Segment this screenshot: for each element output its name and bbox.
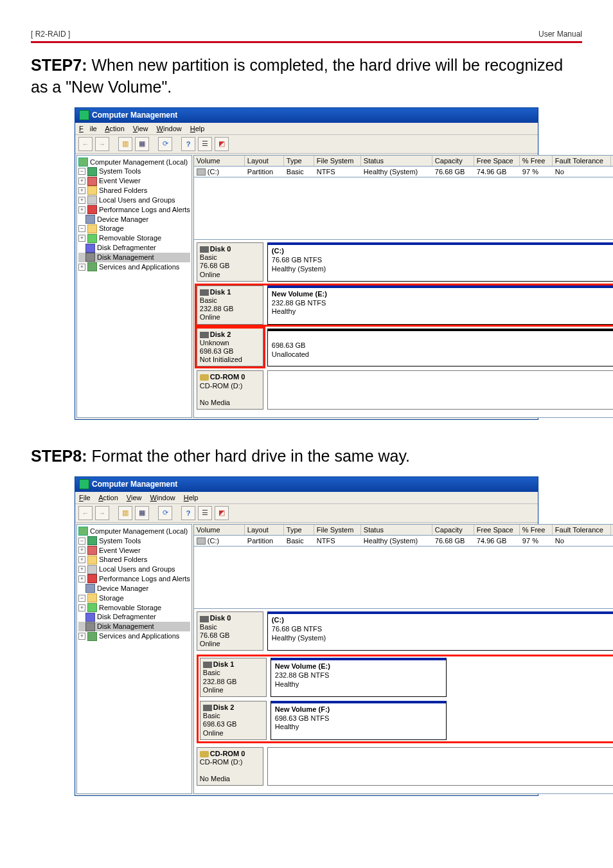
props-button[interactable]: ▦ [135, 137, 149, 151]
cdrom-row[interactable]: CD-ROM 0CD-ROM (D:)No Media [197, 370, 613, 410]
col-status[interactable]: Status [361, 525, 432, 535]
disk0-partition[interactable]: (C:)76.68 GB NTFSHealthy (System) [267, 242, 613, 282]
rescan-button[interactable]: ◩ [215, 506, 229, 520]
menu-view[interactable]: View [133, 125, 148, 132]
col-free[interactable]: Free Space [474, 525, 520, 535]
menu-file[interactable]: File [79, 125, 97, 132]
disk-map: Disk 0Basic76.68 GBOnline (C:)76.68 GB N… [193, 240, 613, 418]
disk0-row[interactable]: Disk 0Basic76.68 GBOnline (C:)76.68 GB N… [197, 242, 613, 282]
disk1-row[interactable]: Disk 1Basic232.88 GBOnline New Volume (E… [200, 658, 613, 697]
tree-storage[interactable]: −Storage [78, 224, 190, 233]
toolbar: ← → ▥ ▦ ⟳ ? ☰ ◩ [75, 504, 538, 523]
settings-button[interactable]: ☰ [198, 506, 212, 520]
disk1-partition[interactable]: New Volume (E:)232.88 GB NTFSHealthy [271, 658, 447, 697]
cdrom-label: CD-ROM 0CD-ROM (D:)No Media [197, 370, 263, 410]
cd-icon [200, 374, 209, 381]
window-title: Computer Management [92, 111, 177, 120]
step8-heading: STEP8: Format the other hard drive in th… [31, 446, 582, 467]
tree-system-tools[interactable]: −System Tools [78, 536, 190, 546]
disk2-row[interactable]: Disk 2Basic698.63 GBOnline New Volume (F… [200, 701, 613, 740]
up-button[interactable]: ▥ [118, 137, 132, 151]
menu-action[interactable]: Action [105, 125, 125, 132]
col-volume[interactable]: Volume [194, 156, 245, 166]
tree-event-viewer[interactable]: +Event Viewer [78, 176, 190, 186]
disk0-partition[interactable]: (C:)76.68 GB NTFSHealthy (System) [267, 611, 613, 651]
cdrom-row[interactable]: CD-ROM 0CD-ROM (D:)No Media [197, 747, 613, 786]
col-status[interactable]: Status [361, 156, 432, 166]
tree-perf-logs[interactable]: +Performance Logs and Alerts [78, 574, 190, 584]
window-titlebar[interactable]: Computer Management [75, 477, 538, 492]
volume-list-header: Volume Layout Type File System Status Ca… [193, 524, 613, 536]
tree-services-apps[interactable]: +Services and Applications [78, 262, 190, 272]
tree-disk-management[interactable]: Disk Management [78, 622, 190, 631]
nav-back-button[interactable]: ← [78, 137, 93, 151]
col-volume[interactable]: Volume [194, 525, 245, 535]
toolbar: ← → ▥ ▦ ⟳ ? ☰ ◩ [75, 135, 538, 154]
menu-window[interactable]: Window [157, 125, 182, 132]
tree-removable-storage[interactable]: +Removable Storage [78, 603, 190, 613]
up-button[interactable]: ▥ [118, 506, 132, 520]
col-capacity[interactable]: Capacity [432, 156, 474, 166]
col-type[interactable]: Type [284, 525, 314, 535]
tree-services-apps[interactable]: +Services and Applications [78, 631, 190, 641]
window-titlebar[interactable]: Computer Management [75, 108, 538, 123]
menu-action[interactable]: Action [98, 494, 118, 502]
tree-removable-storage[interactable]: +Removable Storage [78, 233, 190, 243]
menu-help[interactable]: Help [190, 125, 205, 132]
nav-fwd-button[interactable]: → [95, 506, 109, 520]
menu-file[interactable]: File [79, 494, 91, 502]
refresh-button[interactable]: ⟳ [158, 137, 172, 151]
disk2-label: Disk 2Unknown698.63 GBNot Initialized [197, 329, 263, 367]
tree-perf-logs[interactable]: +Performance Logs and Alerts [78, 205, 190, 215]
tree-device-manager[interactable]: Device Manager [78, 215, 190, 224]
menu-window[interactable]: Window [150, 494, 175, 502]
volume-list-empty [193, 547, 613, 609]
refresh-button[interactable]: ⟳ [158, 506, 172, 520]
tree-disk-defrag[interactable]: Disk Defragmenter [78, 612, 190, 622]
help-button[interactable]: ? [181, 506, 195, 520]
col-layout[interactable]: Layout [245, 525, 284, 535]
menu-view[interactable]: View [127, 494, 142, 502]
disk2-partition[interactable]: New Volume (F:)698.63 GB NTFSHealthy [271, 701, 447, 740]
tree-disk-management[interactable]: Disk Management [78, 253, 190, 262]
tree-event-viewer[interactable]: +Event Viewer [78, 546, 190, 556]
highlight-box: Disk 1Basic232.88 GBOnline New Volume (E… [197, 655, 613, 743]
col-ft[interactable]: Fault Tolerance [553, 156, 611, 166]
rescan-button[interactable]: ◩ [215, 137, 229, 151]
tree-device-manager[interactable]: Device Manager [78, 584, 190, 593]
col-capacity[interactable]: Capacity [432, 525, 474, 535]
menu-help[interactable]: Help [184, 494, 199, 502]
tree-system-tools[interactable]: −System Tools [78, 167, 190, 176]
nav-back-button[interactable]: ← [78, 506, 93, 520]
col-layout[interactable]: Layout [245, 156, 284, 166]
col-fs[interactable]: File System [314, 156, 361, 166]
settings-button[interactable]: ☰ [198, 137, 212, 151]
tree-root[interactable]: Computer Management (Local) [78, 527, 190, 536]
col-ft[interactable]: Fault Tolerance [553, 525, 611, 535]
volume-row-c[interactable]: (C:) Partition Basic NTFS Healthy (Syste… [193, 536, 613, 547]
disk0-row[interactable]: Disk 0Basic76.68 GBOnline (C:)76.68 GB N… [197, 611, 613, 651]
col-fs[interactable]: File System [314, 525, 361, 535]
tree-shared-folders[interactable]: +Shared Folders [78, 186, 190, 195]
help-button[interactable]: ? [181, 137, 195, 151]
col-pct[interactable]: % Free [520, 156, 553, 166]
disk2-partition[interactable]: 698.63 GBUnallocated [267, 329, 613, 367]
drive-icon [197, 538, 206, 545]
disk2-row[interactable]: Disk 2Unknown698.63 GBNot Initialized 69… [197, 329, 613, 367]
volume-row-c[interactable]: (C:) Partition Basic NTFS Healthy (Syste… [193, 167, 613, 178]
computer-management-window: Computer Management File Action View Win… [75, 107, 538, 420]
col-pct[interactable]: % Free [520, 525, 553, 535]
tree-disk-defrag[interactable]: Disk Defragmenter [78, 243, 190, 253]
disk-icon [200, 332, 209, 338]
disk1-row[interactable]: Disk 1Basic232.88 GBOnline New Volume (E… [197, 285, 613, 325]
tree-local-users[interactable]: +Local Users and Groups [78, 195, 190, 205]
col-type[interactable]: Type [284, 156, 314, 166]
tree-shared-folders[interactable]: +Shared Folders [78, 555, 190, 565]
tree-root[interactable]: Computer Management (Local) [78, 158, 190, 167]
tree-local-users[interactable]: +Local Users and Groups [78, 565, 190, 574]
nav-fwd-button[interactable]: → [95, 137, 109, 151]
disk1-partition[interactable]: New Volume (E:)232.88 GB NTFSHealthy [267, 285, 613, 325]
props-button[interactable]: ▦ [135, 506, 149, 520]
col-free[interactable]: Free Space [474, 156, 520, 166]
tree-storage[interactable]: −Storage [78, 593, 190, 603]
